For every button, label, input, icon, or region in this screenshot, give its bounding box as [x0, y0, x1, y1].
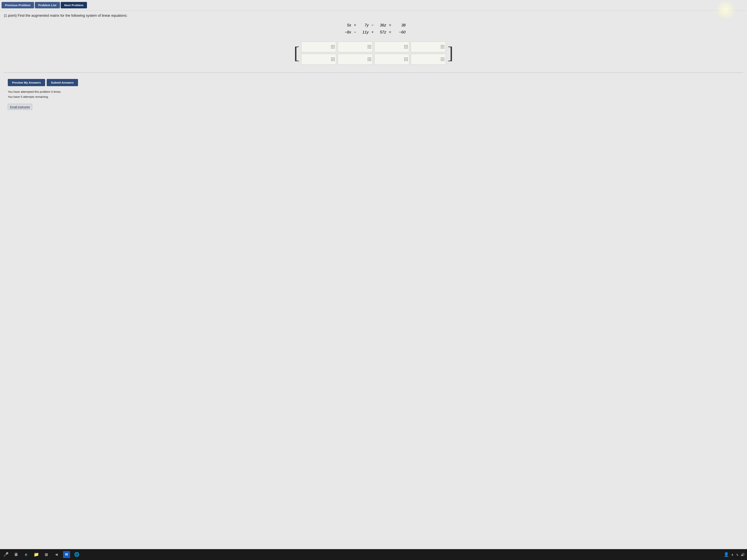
matrix-cell-1-0	[301, 54, 336, 65]
eq1-op2: −	[370, 22, 375, 29]
matrix-input-1-1[interactable]	[338, 54, 372, 64]
matrix-cell-0-2	[374, 42, 409, 52]
matrix-cell-1-3	[411, 54, 446, 65]
matrix-input-0-0[interactable]	[301, 42, 336, 52]
taskbar-back-icon[interactable]: ◄	[53, 551, 60, 558]
attempts-line1: You have attempted this problem 0 times.	[8, 89, 739, 94]
matrix-cell-0-0	[301, 42, 336, 52]
eq2-op1: −	[353, 29, 357, 35]
matrix-grid	[301, 42, 446, 65]
matrix-input-0-3[interactable]	[411, 42, 446, 52]
matrix-input-1-0[interactable]	[301, 54, 336, 64]
eq1-term1: 5x	[341, 22, 351, 29]
taskbar-word-icon[interactable]: W	[63, 551, 70, 558]
taskbar-display-icon[interactable]: 🖥	[12, 551, 20, 558]
problem-list-button[interactable]: Problem List	[35, 2, 60, 8]
bracket-left: [	[294, 44, 300, 62]
email-section: Email instructor	[4, 102, 743, 111]
eq2-term3: 57z	[377, 29, 386, 35]
taskbar-user-icon: 👤	[724, 552, 729, 557]
matrix-cell-1-2	[374, 54, 409, 65]
matrix-input-0-2[interactable]	[375, 42, 409, 52]
taskbar-chrome-icon[interactable]: 🌐	[73, 551, 80, 558]
taskbar: 🎤 🖥 e 📁 ⊞ ◄ W 🌐 👤 ∧ ➘ 🔊	[0, 549, 747, 560]
answer-bar: Preview My Answers Submit Answers	[4, 77, 743, 88]
taskbar-arrow-icon: ➘	[736, 553, 739, 557]
equations-block: 5x + 7y − 36z = 38 −8x − 11y + 57z = −60	[4, 22, 743, 35]
next-problem-button[interactable]: Next Problem	[61, 2, 87, 8]
eq1-rhs: 38	[394, 22, 406, 29]
submit-answers-button[interactable]: Submit Answers	[47, 79, 78, 86]
matrix-input-1-2[interactable]	[375, 54, 409, 64]
matrix-cell-0-3	[411, 42, 446, 52]
preview-answers-button[interactable]: Preview My Answers	[8, 79, 45, 86]
attempts-line2: You have 5 attempts remaining.	[8, 94, 739, 99]
matrix-input-1-3[interactable]	[411, 54, 446, 64]
eq2-term2: 11y	[359, 29, 369, 35]
taskbar-microphone-icon[interactable]: 🎤	[2, 551, 9, 558]
eq2-term1: −8x	[341, 29, 351, 35]
eq1-term2: 7y	[359, 22, 369, 29]
eq2-op2: +	[370, 29, 375, 35]
navigation-bar: Previous Problem Problem List Next Probl…	[0, 0, 747, 10]
matrix-cell-1-1	[338, 54, 373, 65]
eq1-op1: +	[353, 22, 357, 29]
attempt-info: You have attempted this problem 0 times.…	[4, 88, 743, 102]
taskbar-right-area: 👤 ∧ ➘ 🔊	[724, 552, 745, 557]
matrix-cell-0-1	[338, 42, 373, 52]
taskbar-sound-icon: 🔊	[741, 553, 745, 557]
taskbar-edge-icon[interactable]: e	[23, 551, 30, 558]
matrix-input-0-1[interactable]	[338, 42, 372, 52]
eq2-rhs: −60	[394, 29, 406, 35]
equation-table: 5x + 7y − 36z = 38 −8x − 11y + 57z = −60	[341, 22, 406, 35]
bracket-right: ]	[447, 44, 453, 62]
taskbar-folder-icon[interactable]: 📁	[33, 551, 40, 558]
equation-row-2: −8x − 11y + 57z = −60	[341, 29, 406, 35]
matrix-container: [	[4, 42, 743, 65]
taskbar-grid-icon[interactable]: ⊞	[43, 551, 50, 558]
problem-header: (1 point) Find the augmented matrix for …	[4, 14, 743, 18]
eq2-equals: =	[388, 29, 392, 35]
previous-problem-button[interactable]: Previous Problem	[2, 2, 34, 8]
problem-area: (1 point) Find the augmented matrix for …	[0, 10, 747, 114]
email-instructor-link[interactable]: Email instructor	[8, 104, 32, 110]
taskbar-chevron-up[interactable]: ∧	[731, 553, 733, 557]
eq1-term3: 36z	[377, 22, 386, 29]
equation-row-1: 5x + 7y − 36z = 38	[341, 22, 406, 29]
eq1-equals: =	[388, 22, 392, 29]
